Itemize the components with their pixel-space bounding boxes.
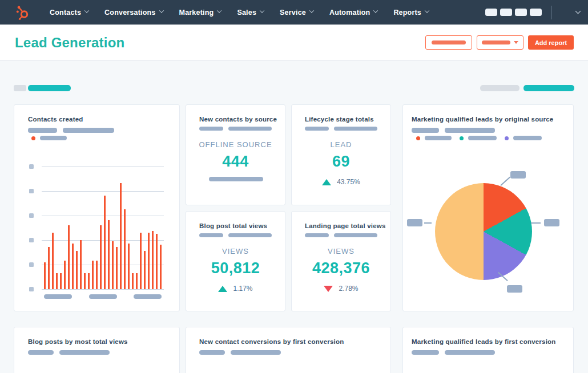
- bar: [44, 262, 46, 289]
- bar: [68, 225, 70, 289]
- nav-tool-icon[interactable]: [500, 9, 512, 16]
- chevron-down-icon: [159, 8, 163, 13]
- redacted-text-pill: [412, 128, 439, 133]
- metric-label: OFFLINE SOURCE: [186, 140, 285, 149]
- card-title: Blog posts by most total views: [28, 338, 128, 345]
- bar: [52, 233, 54, 289]
- legend-dot-icon: [31, 136, 35, 140]
- chart-legend: [31, 136, 67, 140]
- hubspot-logo-icon[interactable]: [15, 5, 30, 21]
- bar: [152, 231, 154, 289]
- redacted-text-pill: [445, 128, 495, 133]
- redacted-text-pill: [445, 350, 495, 355]
- card-landing-page-total-views: Landing page total views VIEWS 428,376 2…: [291, 211, 391, 311]
- account-chevron-down-icon[interactable]: [575, 9, 581, 14]
- chevron-down-icon: [217, 8, 221, 13]
- redacted-axis-label-pill: [134, 294, 162, 299]
- nav-item-automation[interactable]: Automation: [321, 0, 385, 25]
- filter-chip[interactable]: [480, 85, 519, 91]
- pie-callout-label-pill: [507, 285, 522, 293]
- redacted-text-pill: [513, 136, 542, 140]
- card-title: Marketing qualified leads by original so…: [412, 116, 553, 123]
- pie: [435, 183, 532, 280]
- redacted-text-pill: [59, 350, 110, 355]
- metric-label: LEAD: [292, 140, 390, 149]
- card-contacts-created: Contacts created: [14, 104, 180, 311]
- chevron-down-icon: [84, 8, 89, 13]
- redacted-text-pill: [305, 233, 329, 237]
- pie-callout-line: [531, 222, 541, 224]
- nav-divider: [551, 6, 552, 19]
- redacted-text-pill: [28, 350, 54, 355]
- bar: [56, 273, 58, 289]
- bar: [92, 261, 94, 289]
- card-mql-by-original-source: Marketing qualified leads by original so…: [402, 104, 574, 311]
- bar: [104, 196, 106, 289]
- delta-row: 2.78%: [292, 285, 390, 293]
- nav-tool-icon[interactable]: [530, 9, 542, 16]
- card-subtitle-pills: [199, 127, 272, 131]
- redacted-axis-label-pill: [44, 294, 72, 299]
- nav-item-label: Reports: [393, 9, 421, 17]
- filter-chip[interactable]: [14, 85, 26, 91]
- redacted-text-pill: [28, 128, 57, 133]
- bar: [116, 247, 118, 289]
- redacted-text-pill: [334, 127, 377, 131]
- redacted-text-pill: [199, 127, 223, 131]
- bar-chart-bars: [44, 167, 162, 289]
- nav-item-conversations[interactable]: Conversations: [96, 0, 171, 25]
- nav-item-label: Automation: [329, 9, 370, 17]
- nav-item-contacts[interactable]: Contacts: [42, 0, 96, 25]
- bar: [132, 273, 134, 289]
- nav-item-label: Contacts: [50, 9, 81, 17]
- delta-triangle-icon: [218, 286, 227, 292]
- bar: [64, 261, 66, 289]
- nav-item-reports[interactable]: Reports: [385, 0, 437, 25]
- delta-value: 43.75%: [337, 178, 360, 186]
- top-nav: Contacts Conversations Marketing Sales S…: [0, 0, 588, 25]
- nav-tool-icon[interactable]: [485, 9, 497, 16]
- redacted-text-pill: [231, 350, 281, 355]
- date-range-filter-chip[interactable]: [28, 85, 71, 91]
- card-subtitle-pills: [199, 350, 281, 355]
- nav-menu: Contacts Conversations Marketing Sales S…: [42, 0, 437, 25]
- pie-callout-label-pill: [407, 219, 422, 226]
- contacts-created-bar-chart: [37, 167, 165, 289]
- bar: [148, 233, 150, 289]
- bar: [80, 240, 82, 289]
- card-mql-by-first-conversion: Marketing qualified leads by first conve…: [402, 327, 574, 373]
- nav-item-service[interactable]: Service: [272, 0, 321, 25]
- nav-item-label: Sales: [237, 9, 256, 17]
- header-actions: Add report: [421, 35, 574, 50]
- frequency-filter-chip[interactable]: [523, 85, 574, 91]
- bar: [120, 183, 122, 289]
- metric-value: 444: [186, 153, 285, 171]
- dashboard-filter-dropdown-button[interactable]: [477, 35, 523, 50]
- metric-value: 428,376: [292, 260, 390, 277]
- y-axis-tick-square: [29, 189, 34, 193]
- bar: [84, 273, 86, 289]
- bar: [112, 241, 114, 289]
- card-subtitle-pills: [412, 128, 495, 133]
- nav-item-sales[interactable]: Sales: [229, 0, 272, 25]
- pie-callout-line: [500, 177, 510, 186]
- nav-item-marketing[interactable]: Marketing: [171, 0, 229, 25]
- add-report-button[interactable]: Add report: [528, 35, 574, 50]
- card-subtitle-pills: [305, 233, 377, 237]
- delta-row: 43.75%: [292, 178, 390, 186]
- bar: [88, 273, 90, 289]
- y-axis-tick-square: [29, 238, 34, 242]
- redacted-text-pill: [432, 40, 466, 44]
- nav-tool-icon[interactable]: [515, 9, 527, 16]
- card-title: New contact conversions by first convers…: [199, 338, 344, 345]
- bar: [124, 209, 126, 289]
- card-title: Blog post total views: [199, 222, 267, 229]
- card-title: Marketing qualified leads by first conve…: [412, 338, 555, 345]
- dashboard-actions-button[interactable]: [425, 35, 472, 50]
- redacted-text-pill: [199, 350, 225, 355]
- page-title: Lead Generation: [15, 35, 124, 51]
- delta-value: 1.17%: [233, 285, 252, 293]
- y-axis-tick-square: [29, 262, 34, 267]
- redacted-text-pill: [468, 136, 497, 140]
- redacted-text-pill: [482, 40, 510, 44]
